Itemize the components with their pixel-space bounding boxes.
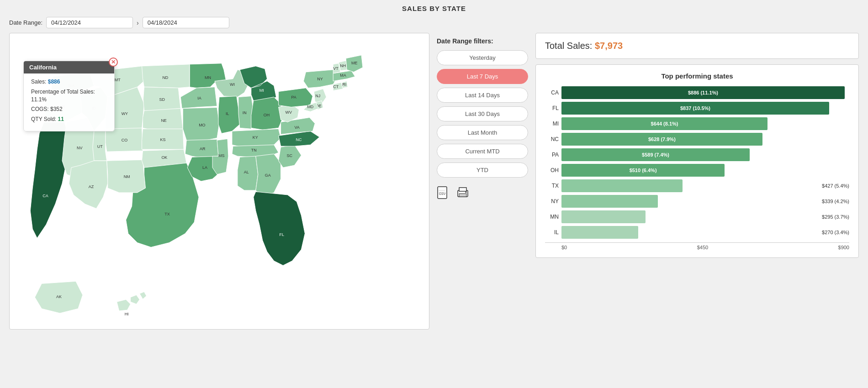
tooltip-pct-row: Percentage of Total Sales:11.1% [31,88,107,104]
filter-icons-row: CSV [437,186,528,202]
state-fl[interactable] [254,192,305,266]
date-arrow: › [137,19,139,26]
tooltip-qty-row: QTY Sold: 11 [31,115,107,123]
bar-row-oh: OH$510 (6.4%) [545,164,849,177]
bar-fill [561,210,646,223]
filter-ytd[interactable]: YTD [437,163,528,178]
date-to-input[interactable] [143,17,229,28]
state-me[interactable] [346,55,363,72]
bar-track [561,195,817,208]
state-ar[interactable] [185,139,218,158]
bar-row-mn: MN$295 (3.7%) [545,210,849,223]
bar-track: $886 (11.1%) [561,86,849,99]
filter-lastmonth[interactable]: Last Month [437,125,528,140]
state-pa[interactable] [279,88,313,107]
state-ga[interactable] [256,154,281,197]
bar-fill [561,179,683,192]
svg-rect-57 [459,188,466,191]
map-panel: WA OR CA NV ID MT WY [9,33,429,330]
bar-fill [561,226,638,239]
state-ky[interactable] [232,129,281,147]
bar-track: $837 (10.5%) [561,102,849,115]
bar-row-il: IL$270 (3.4%) [545,226,849,239]
total-sales-value: $7,973 [595,41,623,51]
state-ca[interactable] [30,122,69,238]
state-ia[interactable] [180,87,217,109]
state-ne[interactable] [143,108,183,131]
bar-row-nc: NC$628 (7.9%) [545,133,849,146]
bar-label: FL [545,105,559,111]
state-al[interactable] [238,156,258,190]
bar-label: PA [545,152,559,158]
tooltip-cogs-row: COGS: $352 [31,105,107,113]
bar-label: CA [545,89,559,96]
bar-row-tx: TX$427 (5.4%) [545,179,849,192]
date-range-label: Date Range: [9,19,42,26]
bar-value-outside: $270 (3.4%) [822,230,849,235]
state-az[interactable] [69,161,108,209]
print-btn[interactable] [456,186,470,202]
state-mi[interactable] [240,66,276,102]
bar-track [561,210,817,223]
right-panel: Total Sales: $7,973 Top performing state… [535,33,859,258]
state-nm[interactable] [107,160,146,193]
filter-panel: Date Range filters: Yesterday Last 7 Day… [437,33,528,202]
chart-box: Top performing states CA$886 (11.1%)FL$8… [535,64,859,258]
state-ak[interactable] [35,281,83,313]
filter-last30days[interactable]: Last 30 Days [437,106,528,121]
bar-row-pa: PA$589 (7.4%) [545,148,849,161]
state-oh[interactable] [251,97,283,130]
bar-label: MN [545,214,559,220]
filter-last14days[interactable]: Last 14 Days [437,88,528,103]
bar-label: NY [545,198,559,204]
state-ct[interactable] [333,83,343,91]
bar-label: NC [545,136,559,142]
tooltip-header: California ✕ [24,61,114,73]
filter-currentmtd[interactable]: Current MTD [437,144,528,159]
state-il[interactable] [218,96,240,134]
bar-row-ny: NY$339 (4.2%) [545,195,849,208]
bar-fill: $589 (7.4%) [561,148,750,161]
bar-label: OH [545,167,559,173]
bar-track: $589 (7.4%) [561,148,849,161]
bar-label: TX [545,183,559,189]
bar-row-ca: CA$886 (11.1%) [545,86,849,99]
total-sales-label: Total Sales: [545,41,592,51]
state-sd[interactable] [143,87,181,111]
bar-fill: $886 (11.1%) [561,86,845,99]
bar-track: $644 (8.1%) [561,117,849,130]
page-title: SALES BY STATE [9,5,859,12]
svg-point-58 [466,192,467,193]
chart-axis: $0 $450 $900 [545,242,849,250]
tooltip-close-btn[interactable]: ✕ [109,58,118,67]
state-sc[interactable] [279,145,302,168]
bar-track: $628 (7.9%) [561,133,849,146]
date-from-input[interactable] [46,17,133,28]
filter-yesterday[interactable]: Yesterday [437,50,528,65]
state-co[interactable] [106,128,143,152]
state-hi[interactable] [117,292,147,311]
state-tooltip: California ✕ Sales: $886 Percentage of T… [23,61,115,131]
filter-title: Date Range filters: [437,37,528,45]
bar-track [561,179,817,192]
state-nd[interactable] [142,64,190,88]
state-mo[interactable] [183,107,219,142]
filter-last7days[interactable]: Last 7 Days [437,69,528,84]
bar-track: $510 (6.4%) [561,164,849,177]
bar-fill: $644 (8.1%) [561,117,767,130]
bar-fill: $837 (10.5%) [561,102,829,115]
total-sales-box: Total Sales: $7,973 [535,33,859,59]
bar-row-mi: MI$644 (8.1%) [545,117,849,130]
svg-text:HI: HI [125,312,129,316]
bar-fill [561,195,658,208]
state-ri[interactable] [342,81,348,88]
bar-chart: CA$886 (11.1%)FL$837 (10.5%)MI$644 (8.1%… [545,86,849,239]
bar-label: IL [545,229,559,236]
bar-label: MI [545,121,559,127]
bar-value-outside: $339 (4.2%) [822,199,849,204]
state-ks[interactable] [142,129,184,149]
csv-export-btn[interactable]: CSV [437,186,450,202]
state-ut[interactable] [93,129,107,161]
state-ny[interactable] [303,70,338,88]
tooltip-sales-row: Sales: $886 [31,78,107,86]
